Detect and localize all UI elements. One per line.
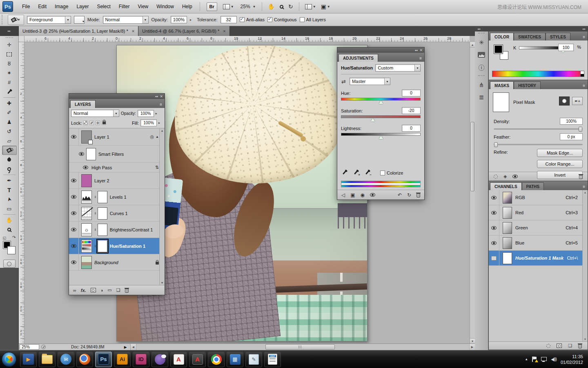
filter-mask-thumbnail[interactable] [86,148,96,160]
return-to-list-icon[interactable]: ◁ [341,192,345,198]
opacity-spinner[interactable]: ▸ [156,112,160,115]
filter-blend-options-icon[interactable]: ⇅ [155,165,159,170]
smart-object-thumbnail[interactable] [81,130,92,144]
fill-field[interactable]: 100% [140,119,157,126]
layer-row-background[interactable]: Background [69,254,165,271]
scroll-right-icon[interactable]: ▶ [469,344,475,350]
volume-icon[interactable]: ◀))) [551,357,557,361]
taskbar-firefox[interactable] [76,352,93,367]
visibility-toggle[interactable] [489,220,499,235]
document-tab-untitled4[interactable]: Untitled-4 @ 66.7% (Layer 6, RGB/8) *× [138,26,230,36]
delete-mask-icon[interactable] [579,175,583,179]
zoom-tool-icon[interactable] [280,5,283,9]
panel-menu-icon[interactable]: ≡ [583,83,588,89]
type-tool[interactable]: T [2,185,17,195]
blend-mode-select[interactable]: Normal▼ [71,110,119,117]
rotate-view-icon[interactable]: ↻ [288,3,293,10]
scroll-down-icon[interactable]: ▼ [470,338,475,343]
tab-channels[interactable]: CHANNELS [490,182,522,190]
panel-menu-icon[interactable]: ≡ [160,102,165,108]
eye-icon[interactable] [83,166,88,169]
tolerance-field[interactable]: 32 [220,16,237,23]
move-tool[interactable]: ✛ [2,40,17,49]
layer-row-brightness-contrast1[interactable]: ☼ ∞ Brightness/Contrast 1 [69,222,165,238]
left-ruler[interactable]: 24681012141618202224 [19,42,24,343]
start-button[interactable] [2,352,16,367]
taskbar-thunderbird[interactable]: ✉ [58,352,74,367]
slider-thumb[interactable] [371,118,375,121]
menu-edit[interactable]: Edit [34,0,51,13]
eyedropper-subtract-icon[interactable]: − [365,170,370,176]
close-icon[interactable]: × [223,29,225,34]
history-brush-tool[interactable]: ↺ [2,127,17,136]
info-panel-icon[interactable]: ⓘ [477,63,486,71]
horizontal-scrollbar[interactable]: ◀ ▶ [130,344,475,350]
ruler-corner[interactable] [19,36,24,42]
mode-select[interactable]: Normal▼ [103,16,149,24]
blur-tool[interactable] [2,155,17,164]
visibility-toggle[interactable] [69,254,79,270]
background-thumbnail[interactable] [81,256,92,269]
layer-mask-thumbnail[interactable] [98,240,107,252]
menu-file[interactable]: File [18,0,34,13]
hue-field[interactable]: 0 [402,90,421,96]
visibility-toggle[interactable] [76,146,86,162]
apply-mask-icon[interactable]: ◈ [503,174,507,179]
visibility-toggle[interactable] [69,189,79,205]
taskbar-notes[interactable]: ✎ [245,352,262,367]
drag-handle[interactable] [478,33,485,34]
tab-color[interactable]: COLOR [490,33,514,40]
layer-row-curves1[interactable]: ∞ Curves 1 [69,205,165,222]
scroll-down-icon[interactable]: ▼ [161,281,164,284]
layer-mask-thumbnail[interactable] [98,224,107,236]
levels-adjustment-thumbnail[interactable] [81,191,92,204]
vertical-scrollbar[interactable]: ▲ ▼ [470,42,475,343]
taskbar-odf[interactable]: ODF [264,352,281,367]
toggle-visibility-icon[interactable] [370,193,375,197]
channel-row-hue-saturation-mask[interactable]: Hue/Saturation 1 Mask Ctrl+\ [489,251,588,266]
visibility-toggle[interactable] [489,205,499,220]
scroll-left-icon[interactable]: ◀ [131,344,136,350]
status-menu-icon[interactable]: ▶ [124,345,127,349]
visibility-toggle[interactable] [489,190,499,205]
k-slider[interactable] [519,46,564,49]
menu-help[interactable]: Help [178,0,196,13]
layer-row-layer2[interactable]: Layer 2 [69,173,165,189]
visibility-toggle[interactable] [69,238,79,254]
histogram-panel-icon[interactable] [477,51,486,59]
channel-row-blue[interactable]: Blue Ctrl+5 [489,236,588,251]
drag-handle[interactable] [2,15,4,25]
feather-field[interactable]: 0 px [560,133,583,140]
collapse-filters-icon[interactable]: ▲ [156,135,159,139]
save-selection-icon[interactable] [557,343,562,348]
k-value-field[interactable]: 100 [558,44,574,51]
lock-position-icon[interactable]: ✛ [96,121,100,125]
mask-edge-button[interactable]: Mask Edge... [537,149,583,157]
default-colors-icon[interactable]: ◱ [3,236,7,240]
document-tab-untitled3[interactable]: Untitled-3 @ 25% (Hue/Saturation 1, Laye… [19,26,138,36]
slider-thumb[interactable] [579,127,582,132]
taskbar-chrome[interactable] [208,352,225,367]
delete-adjustment-icon[interactable] [416,193,420,197]
visibility-toggle[interactable] [489,251,499,265]
vertical-scroll-thumb[interactable] [470,122,474,191]
targeted-adjustment-icon[interactable]: ⇄ [341,78,346,85]
panel-menu-icon[interactable]: ≡ [419,56,424,62]
channel-select[interactable]: Master▼ [350,78,390,85]
lasso-tool[interactable]: ȣ [2,59,17,68]
curves-adjustment-thumbnail[interactable] [81,207,92,220]
collapse-icon[interactable]: ◂◂ [477,27,480,31]
healing-brush-tool[interactable]: ✚ [2,99,17,108]
crop-tool[interactable]: # [2,78,17,87]
hand-tool-icon[interactable]: ✋ [268,3,275,10]
zoom-field[interactable]: 25% [20,344,39,350]
brightness-contrast-thumbnail[interactable]: ☼ [81,223,92,236]
new-channel-icon[interactable]: ❏ [568,343,572,348]
menu-window[interactable]: Window [152,0,178,13]
reset-icon[interactable]: ↻ [407,192,411,198]
color-spectrum-ramp[interactable] [492,71,584,77]
clone-stamp-tool[interactable]: ♟ [2,117,17,127]
menu-filter[interactable]: Filter [115,0,134,13]
invert-button[interactable]: Invert [537,171,583,179]
layer-row-layer1[interactable]: Layer 1 ◎▲ [69,128,165,146]
